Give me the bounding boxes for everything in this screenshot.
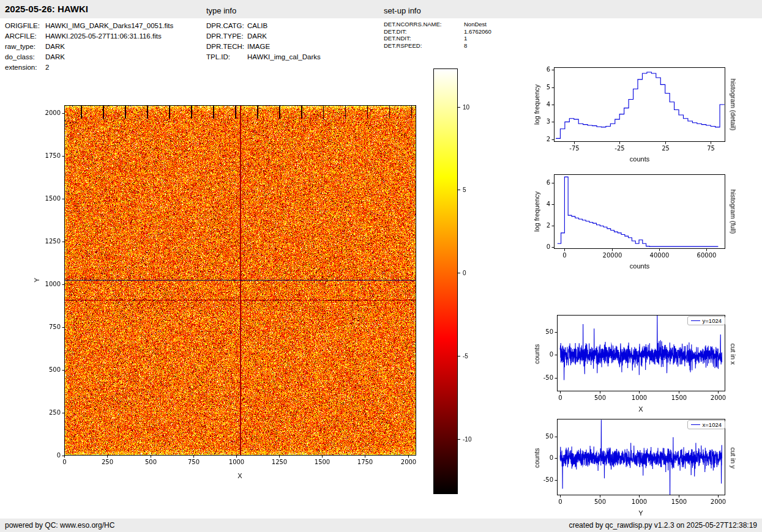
cut-in-y-side-label: cut in y <box>730 448 737 469</box>
histogram-full-ylabel: log frequency <box>533 191 540 232</box>
metadata-row: DET.NCORRS.NAME:NonDest <box>384 21 491 28</box>
metadata-row: DPR.CATG:CALIB <box>206 21 321 31</box>
metadata-row: DET.DIT:1.6762060 <box>384 28 491 35</box>
legend-line-icon <box>691 424 700 425</box>
histogram-detail-canvas <box>523 61 741 168</box>
header-bar: 2025-05-26: HAWKI type info set-up info <box>0 0 762 18</box>
metadata-value: CALIB <box>247 21 267 31</box>
histogram-detail-xlabel: counts <box>630 155 649 163</box>
colorbar-tick-label: 10 <box>463 103 469 110</box>
cut-in-y-plot: x=1024 counts cut in y Y <box>523 413 744 526</box>
metadata-row: raw_type:DARK <box>5 42 173 52</box>
histogram-detail-ylabel: log frequency <box>533 84 540 125</box>
metadata-value: 1 <box>464 35 467 42</box>
metadata-value: HAWKI_img_cal_Darks <box>247 52 321 62</box>
metadata-value: IMAGE <box>247 42 270 52</box>
metadata-key: DET.NCORRS.NAME: <box>384 21 464 28</box>
metadata-key: extension: <box>5 62 45 73</box>
cut-in-x-xlabel: X <box>638 405 643 413</box>
metadata-row: do_class:DARK <box>5 52 173 62</box>
cut-in-y-legend-label: x=1024 <box>703 421 722 428</box>
file-info-column: ORIGFILE:HAWKI_IMG_DARK_Darks147_0051.fi… <box>5 21 173 73</box>
type-info-heading: type info <box>206 6 236 15</box>
main-plot-xlabel: X <box>237 472 242 479</box>
histogram-detail-side-label: histogram (detail) <box>730 79 737 131</box>
metadata-value: NonDest <box>464 21 487 28</box>
colorbar-tick-label: 0 <box>463 270 466 276</box>
metadata-key: raw_type: <box>5 42 45 52</box>
page-title: 2025-05-26: HAWKI <box>5 4 88 14</box>
metadata-row: DPR.TYPE:DARK <box>206 31 321 42</box>
metadata-key: DET.NDIT: <box>384 35 464 42</box>
colorbar-tick-label: -5 <box>463 353 468 360</box>
metadata-row: DET.NDIT:1 <box>384 35 491 42</box>
metadata-row: extension:2 <box>5 62 173 73</box>
cut-in-x-side-label: cut in x <box>730 344 737 365</box>
footer-left-text: powered by QC: www.eso.org/HC <box>5 521 114 530</box>
cut-in-x-plot: y=1024 counts cut in x X <box>523 309 744 422</box>
metadata-value: 8 <box>464 42 467 50</box>
metadata-key: ORIGFILE: <box>5 21 45 31</box>
histogram-detail-plot: log frequency histogram (detail) counts <box>523 61 744 174</box>
colorbar: 1050-5-10 <box>433 68 488 494</box>
cut-in-y-ylabel: counts <box>533 448 540 468</box>
metadata-row: ORIGFILE:HAWKI_IMG_DARK_Darks147_0051.fi… <box>5 21 173 31</box>
metadata-value: 2 <box>45 62 49 73</box>
main-plot-ylabel: Y <box>33 278 40 282</box>
footer-bar: powered by QC: www.eso.org/HC created by… <box>0 519 762 532</box>
qc-report-page: 2025-05-26: HAWKI type info set-up info … <box>0 0 762 532</box>
metadata-value: HAWKI_IMG_DARK_Darks147_0051.fits <box>45 21 173 31</box>
cut-in-x-ylabel: counts <box>533 344 540 364</box>
metadata-key: ARCFILE: <box>5 31 45 42</box>
metadata-value: DARK <box>45 42 65 52</box>
metadata-key: DPR.TYPE: <box>206 31 247 42</box>
metadata-row: DET.RSPEED:8 <box>384 42 491 50</box>
metadata-value: 1.6762060 <box>464 28 491 35</box>
metadata-key: DPR.CATG: <box>206 21 247 31</box>
histogram-full-side-label: histogram (full) <box>730 190 737 234</box>
colorbar-tick-mark <box>458 439 460 440</box>
cut-in-y-legend: x=1024 <box>687 420 725 429</box>
metadata-key: DPR.TECH: <box>206 42 247 52</box>
cut-in-y-xlabel: Y <box>638 509 643 517</box>
colorbar-gradient <box>433 68 458 494</box>
histogram-full-plot: log frequency histogram (full) counts <box>523 168 744 281</box>
colorbar-tick-mark <box>458 107 460 108</box>
footer-right-text: created by qc_rawdisp.py v1.2.3 on 2025-… <box>569 521 757 530</box>
metadata-row: DPR.TECH:IMAGE <box>206 42 321 52</box>
metadata-value: HAWKI.2025-05-27T11:06:31.116.fits <box>45 31 162 42</box>
histogram-full-canvas <box>523 168 741 275</box>
cut-in-x-legend-label: y=1024 <box>703 317 722 324</box>
dark-frame-plot: Y X <box>24 98 453 489</box>
colorbar-tick-label: -10 <box>463 436 471 443</box>
setup-info-column: DET.NCORRS.NAME:NonDestDET.DIT:1.6762060… <box>384 21 491 49</box>
metadata-key: TPL.ID: <box>206 52 247 62</box>
colorbar-tick-mark <box>458 190 460 190</box>
histogram-full-xlabel: counts <box>630 262 649 270</box>
colorbar-tick-label: 5 <box>463 187 466 193</box>
metadata-value: DARK <box>45 52 65 62</box>
dark-frame-image-canvas <box>24 98 453 489</box>
metadata-value: DARK <box>247 31 267 42</box>
metadata-row: ARCFILE:HAWKI.2025-05-27T11:06:31.116.fi… <box>5 31 173 42</box>
metadata-key: DET.RSPEED: <box>384 42 464 50</box>
metadata-key: do_class: <box>5 52 45 62</box>
metadata-row: TPL.ID:HAWKI_img_cal_Darks <box>206 52 321 62</box>
type-info-column: DPR.CATG:CALIBDPR.TYPE:DARKDPR.TECH:IMAG… <box>206 21 321 62</box>
legend-line-icon <box>691 320 700 321</box>
setup-info-heading: set-up info <box>384 6 421 15</box>
colorbar-tick-mark <box>458 356 460 357</box>
metadata-key: DET.DIT: <box>384 28 464 35</box>
cut-in-x-legend: y=1024 <box>687 316 725 325</box>
colorbar-tick-mark <box>458 273 460 273</box>
